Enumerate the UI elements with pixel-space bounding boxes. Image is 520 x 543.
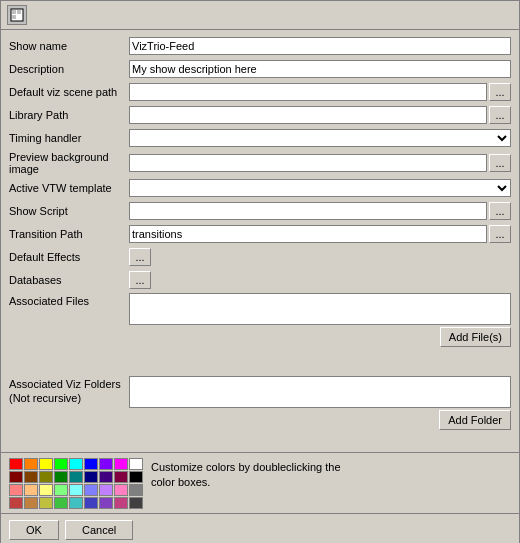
default-viz-field-area: ... <box>129 83 511 101</box>
transition-path-row: Transition Path ... <box>9 224 511 244</box>
library-path-label: Library Path <box>9 109 129 121</box>
palette-instructions: Customize colors by doubleclicking the c… <box>151 460 351 491</box>
show-name-field-area <box>129 37 511 55</box>
color-swatch-1-3[interactable] <box>54 471 68 483</box>
svg-rect-3 <box>12 15 16 19</box>
color-swatch-0-0[interactable] <box>9 458 23 470</box>
preview-bg-label: Preview background image <box>9 151 129 175</box>
color-palette-section: Customize colors by doubleclicking the c… <box>1 452 519 513</box>
default-viz-row: Default viz scene path ... <box>9 82 511 102</box>
color-swatch-2-7[interactable] <box>114 484 128 496</box>
show-script-field-area: ... <box>129 202 511 220</box>
color-swatch-1-5[interactable] <box>84 471 98 483</box>
color-swatch-0-6[interactable] <box>99 458 113 470</box>
associated-files-textarea[interactable] <box>129 293 511 325</box>
color-swatch-3-2[interactable] <box>39 497 53 509</box>
color-swatch-2-1[interactable] <box>24 484 38 496</box>
color-swatch-2-6[interactable] <box>99 484 113 496</box>
color-swatch-2-4[interactable] <box>69 484 83 496</box>
color-swatch-1-6[interactable] <box>99 471 113 483</box>
color-swatch-1-8[interactable] <box>129 471 143 483</box>
color-swatch-1-4[interactable] <box>69 471 83 483</box>
associated-files-area: Add File(s) <box>129 293 511 347</box>
default-viz-label: Default viz scene path <box>9 86 129 98</box>
color-swatch-1-1[interactable] <box>24 471 38 483</box>
color-swatch-2-5[interactable] <box>84 484 98 496</box>
palette-container: Customize colors by doubleclicking the c… <box>9 458 511 509</box>
preview-bg-input[interactable] <box>129 154 487 172</box>
dialog-buttons: OK Cancel <box>1 513 519 543</box>
color-swatch-0-1[interactable] <box>24 458 38 470</box>
library-path-field-area: ... <box>129 106 511 124</box>
show-script-row: Show Script ... <box>9 201 511 221</box>
add-folder-button[interactable]: Add Folder <box>439 410 511 430</box>
color-swatch-0-4[interactable] <box>69 458 83 470</box>
title-icon <box>7 5 27 25</box>
library-path-browse-button[interactable]: ... <box>489 106 511 124</box>
description-input[interactable] <box>129 60 511 78</box>
databases-button[interactable]: ... <box>129 271 151 289</box>
show-name-label: Show name <box>9 40 129 52</box>
color-row-3 <box>9 497 143 509</box>
form-content: Show name Description Default viz scene … <box>1 30 519 452</box>
color-swatch-3-1[interactable] <box>24 497 38 509</box>
active-vtw-field-area <box>129 179 511 197</box>
library-path-row: Library Path ... <box>9 105 511 125</box>
color-swatch-3-7[interactable] <box>114 497 128 509</box>
svg-rect-1 <box>12 10 16 14</box>
title-bar <box>1 1 519 30</box>
show-name-input[interactable] <box>129 37 511 55</box>
transition-path-label: Transition Path <box>9 228 129 240</box>
color-swatch-3-6[interactable] <box>99 497 113 509</box>
default-viz-input[interactable] <box>129 83 487 101</box>
library-path-input[interactable] <box>129 106 487 124</box>
color-swatch-1-7[interactable] <box>114 471 128 483</box>
color-swatch-3-0[interactable] <box>9 497 23 509</box>
color-swatch-3-5[interactable] <box>84 497 98 509</box>
color-swatch-2-0[interactable] <box>9 484 23 496</box>
default-viz-browse-button[interactable]: ... <box>489 83 511 101</box>
active-vtw-label: Active VTW template <box>9 182 129 194</box>
color-palette <box>9 458 143 509</box>
timing-handler-select[interactable] <box>129 129 511 147</box>
color-swatch-1-0[interactable] <box>9 471 23 483</box>
associated-viz-section: Associated Viz Folders (Not recursive) A… <box>9 376 511 446</box>
description-row: Description <box>9 59 511 79</box>
ok-button[interactable]: OK <box>9 520 59 540</box>
active-vtw-row: Active VTW template <box>9 178 511 198</box>
color-swatch-2-3[interactable] <box>54 484 68 496</box>
color-swatch-3-4[interactable] <box>69 497 83 509</box>
add-files-button[interactable]: Add File(s) <box>440 327 511 347</box>
main-window: Show name Description Default viz scene … <box>0 0 520 543</box>
color-swatch-0-7[interactable] <box>114 458 128 470</box>
preview-bg-field-area: ... <box>129 154 511 172</box>
associated-viz-label: Associated Viz Folders <box>9 376 129 390</box>
show-script-browse-button[interactable]: ... <box>489 202 511 220</box>
color-swatch-1-2[interactable] <box>39 471 53 483</box>
color-swatch-0-8[interactable] <box>129 458 143 470</box>
transition-path-browse-button[interactable]: ... <box>489 225 511 243</box>
active-vtw-select[interactable] <box>129 179 511 197</box>
default-effects-label: Default Effects <box>9 251 129 263</box>
transition-path-input[interactable] <box>129 225 487 243</box>
associated-viz-textarea[interactable] <box>129 376 511 408</box>
default-effects-button[interactable]: ... <box>129 248 151 266</box>
transition-path-field-area: ... <box>129 225 511 243</box>
preview-bg-browse-button[interactable]: ... <box>489 154 511 172</box>
color-swatch-3-3[interactable] <box>54 497 68 509</box>
associated-files-label: Associated Files <box>9 293 129 307</box>
color-row-1 <box>9 471 143 483</box>
timing-handler-row: Timing handler <box>9 128 511 148</box>
description-field-area <box>129 60 511 78</box>
color-swatch-3-8[interactable] <box>129 497 143 509</box>
show-script-input[interactable] <box>129 202 487 220</box>
color-swatch-0-5[interactable] <box>84 458 98 470</box>
color-swatch-0-3[interactable] <box>54 458 68 470</box>
color-swatch-2-8[interactable] <box>129 484 143 496</box>
not-recursive-label: (Not recursive) <box>9 390 129 404</box>
color-swatch-0-2[interactable] <box>39 458 53 470</box>
timing-handler-field-area <box>129 129 511 147</box>
cancel-button[interactable]: Cancel <box>65 520 133 540</box>
color-swatch-2-2[interactable] <box>39 484 53 496</box>
default-effects-field-area: ... <box>129 248 511 266</box>
